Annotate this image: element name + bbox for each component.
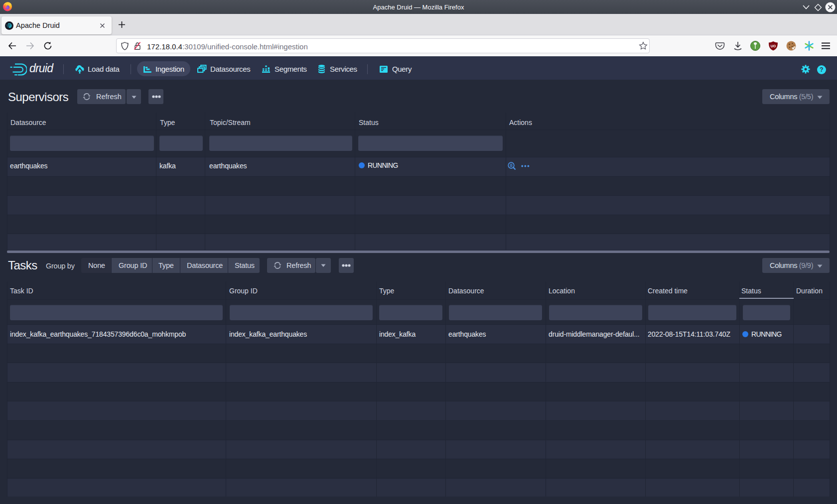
svg-text:?: ? bbox=[820, 66, 823, 73]
svg-text:UO: UO bbox=[771, 44, 776, 48]
